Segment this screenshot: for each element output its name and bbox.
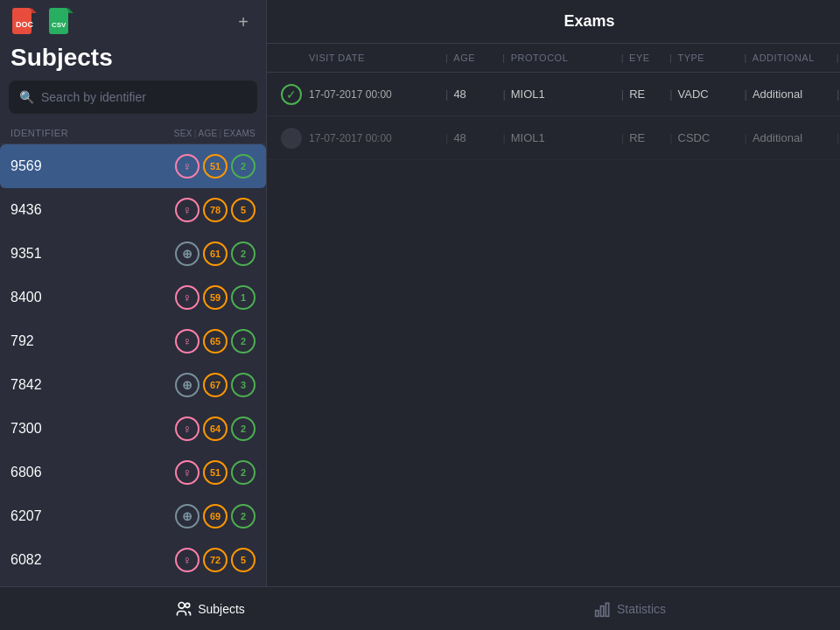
- svg-marker-4: [68, 8, 74, 13]
- exam-visit-date: 17-07-2017 00:00: [309, 88, 440, 101]
- nav-statistics-label: Statistics: [617, 602, 666, 616]
- subject-row[interactable]: 6806 ♀ 51 2: [0, 451, 266, 494]
- exam-protocol: MIOL1: [511, 88, 616, 101]
- svg-point-6: [178, 602, 185, 608]
- sex-badge: ♀: [175, 460, 200, 485]
- subject-id: 7842: [10, 377, 173, 393]
- statistics-icon: [594, 600, 612, 618]
- exam-type: VADC: [678, 88, 739, 101]
- exam-type: CSDC: [678, 131, 739, 144]
- loading-indicator: [281, 128, 302, 149]
- search-icon: 🔍: [19, 90, 34, 104]
- col-header-sex: SEX: [174, 129, 192, 138]
- svg-point-7: [186, 603, 190, 607]
- exams-badge: 2: [231, 460, 256, 485]
- age-badge: 69: [203, 504, 228, 528]
- svg-text:CSV: CSV: [52, 21, 66, 29]
- subject-id: 9351: [10, 246, 173, 262]
- col-header-age: AGE: [453, 52, 497, 63]
- sex-badge: ⊕: [175, 242, 200, 266]
- subject-id: 9569: [10, 158, 173, 174]
- subject-id: 6806: [10, 465, 173, 480]
- sex-badge: ♀: [175, 285, 200, 310]
- svg-text:DOC: DOC: [16, 20, 34, 29]
- exams-badge: 5: [231, 548, 256, 572]
- age-badge: 51: [203, 460, 228, 485]
- sex-badge: ♀: [175, 198, 200, 222]
- exam-visit-date: 17-07-2017 00:00: [309, 132, 440, 144]
- subjects-title: Subjects: [0, 44, 266, 80]
- subject-id: 9436: [10, 202, 173, 218]
- col-sep-1: |: [194, 129, 197, 138]
- exams-badge: 2: [231, 416, 256, 441]
- subject-id: 792: [10, 333, 173, 349]
- subject-row[interactable]: 9436 ♀ 78 5: [0, 188, 266, 232]
- left-panel: DOC CSV + Subjects 🔍 IDENTIFIER: [0, 0, 267, 630]
- sex-badge: ♀: [175, 416, 200, 441]
- col-header-additional: ADDITIONAL: [752, 52, 831, 63]
- subject-row[interactable]: 792 ♀ 65 2: [0, 319, 266, 363]
- subject-row[interactable]: 6082 ♀ 72 5: [0, 538, 266, 582]
- exams-badge: 2: [231, 504, 256, 528]
- exams-badge: 5: [231, 198, 256, 222]
- col-header-protocol: PROTOCOL: [511, 52, 616, 63]
- exam-row: ✓ 17-07-2017 00:00 | 48 | MIOL1 | RE | V…: [267, 73, 840, 116]
- svg-rect-10: [606, 603, 608, 616]
- add-subject-button[interactable]: +: [231, 10, 256, 34]
- nav-subjects[interactable]: Subjects: [0, 587, 420, 630]
- people-icon: [175, 600, 192, 618]
- exams-list: ✓ 17-07-2017 00:00 | 48 | MIOL1 | RE | V…: [267, 73, 840, 160]
- nav-subjects-label: Subjects: [198, 602, 245, 616]
- subject-id: 6207: [10, 508, 173, 524]
- subject-row[interactable]: 7842 ⊕ 67 3: [0, 363, 266, 407]
- col-header-type: TYPE: [677, 52, 738, 63]
- subject-row[interactable]: 8400 ♀ 59 1: [0, 276, 266, 319]
- search-bar: 🔍: [9, 80, 257, 114]
- pdf-file-icon[interactable]: DOC: [10, 8, 38, 36]
- subject-row[interactable]: 6207 ⊕ 69 2: [0, 494, 266, 538]
- age-badge: 67: [203, 373, 228, 397]
- sex-badge: ⊕: [175, 373, 200, 397]
- subject-id: 8400: [10, 290, 173, 305]
- col-header-identifier: IDENTIFIER: [10, 128, 174, 138]
- col-header-eye: EYE: [629, 52, 664, 63]
- right-panel: Exams + VISIT DATE | AGE | PROTOCOL | EY…: [267, 0, 840, 630]
- list-header: IDENTIFIER SEX | AGE | EXAMS: [0, 122, 266, 144]
- subject-row[interactable]: 9351 ⊕ 61 2: [0, 232, 266, 276]
- age-badge: 78: [203, 198, 228, 222]
- subject-row[interactable]: 9569 ♀ 51 2: [0, 144, 266, 188]
- subject-row[interactable]: 7300 ♀ 64 2: [0, 407, 266, 451]
- svg-rect-8: [596, 610, 598, 616]
- exams-badge: 1: [231, 285, 256, 310]
- age-badge: 61: [203, 242, 228, 266]
- age-badge: 72: [203, 548, 228, 572]
- exam-age: 48: [453, 88, 497, 101]
- exams-badge: 3: [231, 373, 256, 397]
- svg-rect-9: [600, 606, 603, 616]
- subject-list: 9569 ♀ 51 2 9436 ♀ 78 5 9351 ⊕ 61 2 8400…: [0, 144, 266, 630]
- subject-id: 7300: [10, 421, 173, 437]
- csv-file-icon[interactable]: CSV: [47, 8, 75, 36]
- sex-badge: ⊕: [175, 504, 200, 528]
- exam-status: [281, 128, 309, 149]
- right-top-bar: Exams +: [267, 0, 840, 44]
- exams-badge: 2: [231, 154, 256, 178]
- sex-badge: ♀: [175, 548, 200, 572]
- sex-badge: ♀: [175, 154, 200, 178]
- exam-eye: RE: [629, 131, 664, 144]
- search-input[interactable]: [41, 90, 247, 104]
- check-done-icon: ✓: [281, 84, 302, 105]
- svg-marker-1: [32, 8, 37, 13]
- left-top-bar: DOC CSV +: [0, 0, 266, 44]
- age-badge: 65: [203, 329, 228, 354]
- exams-title: Exams: [564, 12, 614, 31]
- nav-statistics[interactable]: Statistics: [420, 587, 840, 630]
- exam-additional: Additional: [752, 131, 831, 144]
- exam-age: 48: [453, 131, 497, 144]
- exams-table-header: VISIT DATE | AGE | PROTOCOL | EYE | TYPE…: [267, 44, 840, 73]
- bottom-nav: Subjects Statistics: [0, 586, 840, 630]
- sex-badge: ♀: [175, 329, 200, 354]
- exam-status: ✓: [281, 84, 309, 105]
- col-header-visit-date: VISIT DATE: [309, 52, 440, 63]
- col-sep-2: |: [220, 129, 222, 138]
